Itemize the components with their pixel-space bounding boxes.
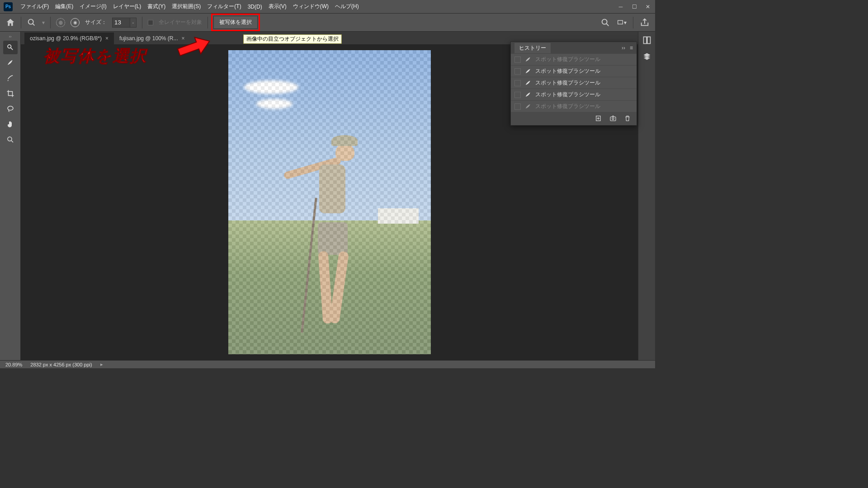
zoom-level[interactable]: 20.89% — [5, 362, 22, 367]
close-button[interactable]: ✕ — [644, 3, 651, 10]
quick-selection-tool[interactable] — [3, 41, 18, 54]
new-selection-icon[interactable]: ◎ — [56, 18, 65, 27]
status-bar: 20.89% 2832 px x 4256 px (300 ppi) ▸ — [0, 360, 655, 368]
history-panel: ヒストリー ›› ≡ スポット修復ブラシツール スポット修復ブラシツール スポッ… — [510, 42, 637, 126]
properties-panel-icon[interactable] — [641, 34, 653, 46]
document-tab[interactable]: fujisan.jpg @ 100% (R... × — [114, 33, 190, 44]
history-item[interactable]: スポット修復ブラシツール — [511, 101, 637, 113]
history-list: スポット修復ブラシツール スポット修復ブラシツール スポット修復ブラシツール ス… — [511, 54, 637, 113]
healing-brush-tool[interactable] — [3, 71, 18, 85]
layers-panel-icon[interactable] — [641, 51, 653, 62]
share-icon[interactable] — [640, 18, 650, 28]
tab-label: ozisan.jpg @ 20.9% (RGB/8*) — [30, 35, 102, 42]
tab-label: fujisan.jpg @ 100% (R... — [119, 35, 178, 42]
svg-point-5 — [8, 137, 12, 141]
tooltip: 画像中の目立つオブジェクトから選択 — [243, 34, 342, 44]
all-layers-checkbox[interactable] — [148, 20, 153, 25]
window-controls: ─ ☐ ✕ — [617, 3, 651, 10]
panel-menu-icon[interactable]: ≡ — [630, 45, 633, 51]
document-dimensions[interactable]: 2832 px x 4256 px (300 ppi) — [30, 362, 92, 367]
search-icon[interactable] — [600, 18, 610, 28]
history-item[interactable]: スポット修復ブラシツール — [511, 66, 637, 77]
svg-point-1 — [602, 19, 607, 24]
menu-help[interactable]: ヘルプ(H) — [332, 3, 362, 10]
menu-image[interactable]: イメージ(I) — [76, 3, 109, 10]
menu-edit[interactable]: 編集(E) — [52, 3, 76, 10]
svg-rect-2 — [618, 20, 623, 24]
canvas[interactable] — [228, 50, 431, 354]
status-more-icon[interactable]: ▸ — [100, 361, 103, 367]
lasso-tool[interactable] — [3, 102, 18, 116]
brush-size-dropdown[interactable]: ⌄ — [130, 18, 137, 28]
panel-header[interactable]: ヒストリー ›› ≡ — [511, 42, 637, 54]
separator — [21, 17, 21, 28]
tool-palette: ›› — [0, 32, 21, 360]
tab-close-icon[interactable]: × — [182, 35, 185, 42]
svg-rect-6 — [643, 37, 646, 44]
document-tab[interactable]: ozisan.jpg @ 20.9% (RGB/8*) × — [24, 33, 114, 44]
menu-view[interactable]: 表示(V) — [265, 3, 290, 10]
svg-point-3 — [8, 45, 11, 48]
options-bar: ▾ ◎ ◉ サイズ： ⌄ 全レイヤーを対象 被写体を選択 ▾ — [0, 14, 655, 32]
crop-tool[interactable] — [3, 87, 18, 100]
brush-size-input[interactable] — [112, 18, 130, 28]
panel-footer — [511, 113, 637, 125]
new-document-state-icon[interactable] — [595, 115, 602, 123]
delete-icon[interactable] — [624, 115, 631, 123]
image-content — [228, 50, 431, 354]
hand-tool[interactable] — [3, 117, 18, 131]
separator — [50, 17, 51, 28]
brush-tool[interactable] — [3, 56, 18, 70]
history-item[interactable]: スポット修復ブラシツール — [511, 77, 637, 89]
svg-rect-9 — [610, 117, 616, 121]
toolbar-expand-icon[interactable]: ›› — [9, 34, 12, 39]
home-icon[interactable] — [5, 18, 15, 28]
right-panel-strip — [638, 32, 655, 360]
menu-filter[interactable]: フィルター(T) — [204, 3, 244, 10]
menu-bar: Ps ファイル(F) 編集(E) イメージ(I) レイヤー(L) 書式(Y) 選… — [0, 0, 655, 14]
all-layers-label: 全レイヤーを対象 — [159, 19, 202, 26]
select-subject-button[interactable]: 被写体を選択 — [213, 16, 258, 29]
menu-type[interactable]: 書式(Y) — [144, 3, 169, 10]
svg-rect-7 — [647, 37, 650, 44]
app-logo: Ps — [4, 2, 13, 11]
minimize-button[interactable]: ─ — [617, 3, 624, 10]
menu-select[interactable]: 選択範囲(S) — [169, 3, 204, 10]
zoom-tool[interactable] — [3, 133, 18, 146]
add-selection-icon[interactable]: ◉ — [71, 18, 80, 27]
menu-layer[interactable]: レイヤー(L) — [110, 3, 145, 10]
svg-point-4 — [8, 106, 13, 110]
tab-close-icon[interactable]: × — [105, 35, 108, 42]
menu-window[interactable]: ウィンドウ(W) — [290, 3, 332, 10]
maximize-button[interactable]: ☐ — [631, 3, 638, 10]
menu-3d[interactable]: 3D(D) — [245, 4, 265, 10]
menu-file[interactable]: ファイル(F) — [17, 3, 52, 10]
panel-tab-history[interactable]: ヒストリー — [514, 43, 551, 53]
history-item[interactable]: スポット修復ブラシツール — [511, 89, 637, 101]
quick-select-tool-icon[interactable] — [27, 18, 37, 28]
history-item[interactable]: スポット修復ブラシツール — [511, 54, 637, 66]
separator — [633, 17, 633, 28]
screen-mode-icon[interactable]: ▾ — [617, 18, 627, 28]
separator — [208, 17, 208, 28]
snapshot-icon[interactable] — [609, 115, 617, 123]
svg-point-10 — [612, 117, 614, 119]
panel-collapse-icon[interactable]: ›› — [622, 45, 625, 51]
size-label: サイズ： — [85, 19, 107, 26]
separator — [142, 17, 142, 28]
